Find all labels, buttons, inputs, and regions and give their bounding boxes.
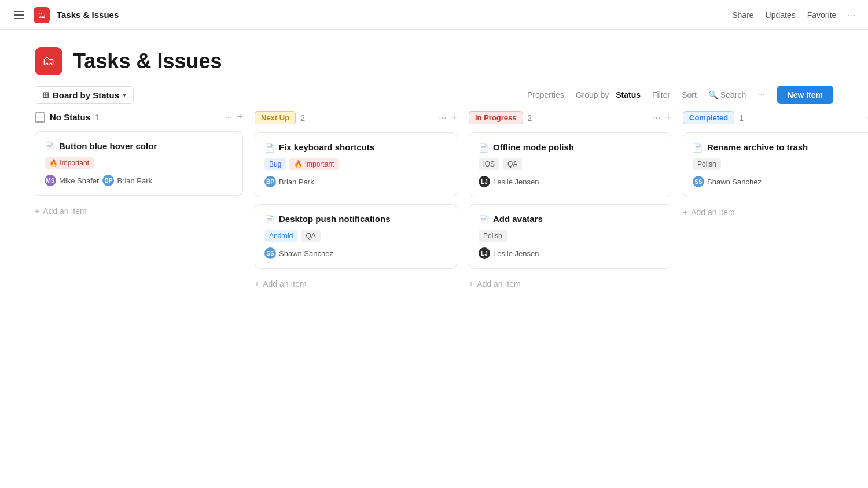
card-tag[interactable]: Android [264, 230, 297, 242]
chevron-down-icon: ▾ [123, 91, 126, 99]
card-tag[interactable]: Bug [264, 158, 286, 170]
assignee: LJLeslie Jensen [479, 247, 539, 259]
column-add-button[interactable]: + [451, 112, 457, 124]
page-title: Tasks & Issues [73, 49, 222, 73]
share-button[interactable]: Share [732, 10, 753, 20]
add-item-button[interactable]: +Add an Item [469, 276, 671, 292]
card-title-text: Desktop push notifications [279, 214, 391, 224]
column-more-button[interactable]: ··· [439, 113, 446, 123]
column-count: 1 [739, 113, 744, 123]
card-tags: Polish [479, 230, 661, 242]
card-title: 📄Desktop push notifications [264, 214, 447, 224]
card-title: 📄Offline mode polish [479, 142, 661, 153]
status-badge: Completed [683, 111, 734, 124]
assignee-name: Shawn Sanchez [279, 249, 333, 258]
toolbar-more-button[interactable]: ··· [757, 90, 765, 100]
topbar: 🗂 Tasks & Issues Share Updates Favorite … [0, 0, 868, 30]
assignee-name: Brian Park [117, 176, 152, 185]
card-document-icon: 📄 [479, 143, 488, 153]
topbar-right: Share Updates Favorite ··· [732, 10, 856, 20]
card-tag[interactable]: QA [503, 158, 522, 170]
card-title-text: Button blue hover color [59, 141, 157, 151]
card-tags: iOSQA [479, 158, 661, 170]
search-icon: 🔍 [708, 90, 718, 99]
column-count: 2 [300, 113, 305, 123]
card-title: 📄Button blue hover color [45, 141, 233, 151]
avatar: MS [45, 175, 56, 186]
app-icon: 🗂 [34, 7, 50, 23]
plus-icon: + [683, 208, 687, 217]
page-icon: 🗂 [35, 47, 62, 75]
card[interactable]: 📄Add avatarsPolishLJLeslie Jensen [469, 204, 671, 269]
card-document-icon: 📄 [479, 215, 488, 224]
card-tag[interactable]: Polish [479, 230, 507, 242]
card-title-text: Rename archive to trash [707, 142, 808, 152]
column-more-button[interactable]: ··· [225, 112, 232, 123]
no-status-icon [35, 112, 45, 123]
column-header-in-progress: In Progress2···+ [469, 111, 671, 124]
card-title: 📄Fix keyboard shortcuts [264, 142, 447, 153]
column-no-status: No Status1···+📄Button blue hover color🔥 … [35, 111, 249, 292]
card-tag[interactable]: QA [301, 230, 320, 242]
card-title: 📄Add avatars [479, 214, 661, 224]
column-actions: ···+ [653, 112, 671, 124]
assignee-name: Leslie Jensen [493, 178, 539, 186]
toolbar-right: Properties Group by Status Filter Sort 🔍… [527, 86, 833, 104]
card-tag[interactable]: 🔥 Important [289, 158, 339, 170]
page-header: 🗂 Tasks & Issues [0, 30, 868, 75]
assignee-name: Brian Park [279, 178, 314, 186]
more-button[interactable]: ··· [848, 10, 856, 20]
column-add-button[interactable]: + [665, 112, 671, 124]
status-badge: Next Up [255, 111, 296, 124]
plus-icon: + [35, 206, 39, 216]
updates-button[interactable]: Updates [766, 10, 796, 20]
card-tag[interactable]: Polish [693, 158, 721, 170]
card-assignees: LJLeslie Jensen [479, 176, 661, 187]
plus-icon: + [255, 279, 259, 289]
assignee: SSShawn Sanchez [693, 176, 762, 187]
add-item-label: Add an Item [477, 279, 521, 289]
status-badge: In Progress [469, 111, 523, 124]
column-actions: ···+ [439, 112, 457, 124]
add-item-button[interactable]: +Add an Item [683, 204, 868, 220]
card[interactable]: 📄Desktop push notificationsAndroidQASSSh… [255, 204, 457, 269]
group-by-button[interactable]: Group by Status [576, 90, 641, 99]
favorite-button[interactable]: Favorite [807, 10, 837, 20]
card[interactable]: 📄Offline mode polishiOSQALJLeslie Jensen [469, 132, 671, 197]
column-title-text: No Status [50, 112, 90, 122]
assignee: MSMike Shafer [45, 175, 99, 186]
add-item-button[interactable]: +Add an Item [255, 276, 457, 292]
card-assignees: LJLeslie Jensen [479, 247, 661, 259]
card[interactable]: 📄Rename archive to trashPolishSSShawn Sa… [683, 132, 868, 197]
card-assignees: SSShawn Sanchez [264, 247, 447, 259]
properties-button[interactable]: Properties [527, 90, 564, 99]
column-more-button[interactable]: ··· [653, 113, 660, 123]
column-next-up: Next Up2···+📄Fix keyboard shortcutsBug🔥 … [249, 111, 463, 292]
card-document-icon: 📄 [45, 142, 54, 151]
search-button[interactable]: 🔍 Search [708, 90, 746, 99]
board-by-status-dropdown[interactable]: ⊞ Board by Status ▾ [35, 86, 134, 104]
avatar: LJ [479, 176, 490, 187]
card-assignees: MSMike ShaferBPBrian Park [45, 175, 233, 186]
new-item-button[interactable]: New Item [777, 86, 833, 104]
card-tag[interactable]: 🔥 Important [45, 157, 94, 169]
column-count: 1 [95, 113, 100, 122]
avatar: SS [693, 176, 704, 187]
card[interactable]: 📄Button blue hover color🔥 ImportantMSMik… [35, 131, 243, 196]
hamburger-menu[interactable] [12, 9, 27, 21]
card-assignees: BPBrian Park [264, 176, 447, 187]
column-header-completed: Completed1···+ [683, 111, 868, 124]
card[interactable]: 📄Fix keyboard shortcutsBug🔥 ImportantBPB… [255, 132, 457, 197]
card-document-icon: 📄 [264, 143, 274, 153]
add-item-button[interactable]: +Add an Item [35, 203, 243, 219]
card-assignees: SSShawn Sanchez [693, 176, 868, 187]
card-document-icon: 📄 [264, 215, 274, 224]
filter-button[interactable]: Filter [652, 90, 670, 99]
column-actions: ···+ [225, 111, 243, 123]
assignee-name: Mike Shafer [59, 176, 99, 185]
card-tag[interactable]: iOS [479, 158, 499, 170]
column-count: 2 [528, 113, 532, 123]
assignee-name: Shawn Sanchez [707, 178, 762, 186]
sort-button[interactable]: Sort [682, 90, 697, 99]
column-add-button[interactable]: + [237, 111, 243, 123]
